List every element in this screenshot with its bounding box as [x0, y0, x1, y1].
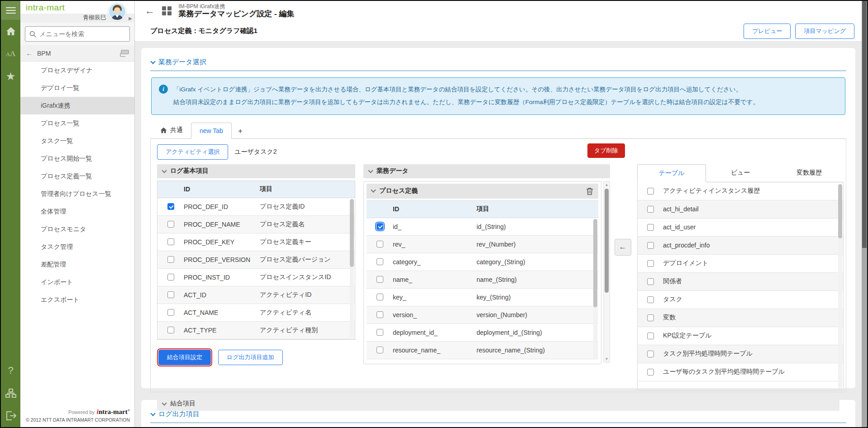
row-checkbox[interactable]: [647, 260, 654, 267]
log-basic-scrollbar[interactable]: [350, 199, 354, 338]
logout-button[interactable]: [1, 404, 20, 427]
table-list-row[interactable]: act_hi_detail: [638, 200, 843, 219]
business-panel-scrollbar[interactable]: ▲ ▼: [603, 181, 610, 363]
row-checkbox[interactable]: [377, 241, 383, 247]
sidebar-item[interactable]: プロセス定義一覧: [20, 167, 134, 185]
nav-group-header[interactable]: ← BPM: [20, 45, 134, 62]
app-grid-icon[interactable]: [162, 6, 172, 16]
tab-new-tab[interactable]: new Tab: [191, 123, 232, 139]
help-button[interactable]: ?: [1, 359, 20, 382]
table-list-row[interactable]: アクティビティインスタンス履歴: [638, 182, 843, 200]
row-checkbox[interactable]: [167, 309, 174, 316]
row-checkbox[interactable]: [167, 327, 174, 333]
row-checkbox[interactable]: [377, 294, 383, 300]
collapse-chevron-icon[interactable]: [150, 59, 155, 64]
table-list-row[interactable]: KPI設定テーブル: [638, 327, 843, 345]
sidebar-item[interactable]: iGrafx連携: [20, 97, 134, 114]
row-checkbox[interactable]: [647, 369, 654, 376]
sidebar-item[interactable]: タスク管理: [20, 238, 134, 256]
business-data-panel-header[interactable]: 業務データ: [363, 164, 610, 178]
tree-view-icon[interactable]: [120, 50, 129, 57]
row-checkbox[interactable]: [377, 311, 383, 318]
row-checkbox[interactable]: [377, 258, 383, 265]
table-list-row[interactable]: act_procdef_info: [638, 237, 843, 255]
tab-delete-button[interactable]: タブ削除: [587, 143, 625, 158]
row-checkbox[interactable]: [377, 329, 383, 336]
sidebar-item[interactable]: エクスポート: [20, 291, 134, 309]
row-checkbox[interactable]: [647, 242, 654, 249]
move-left-button[interactable]: ←: [615, 239, 631, 256]
row-checkbox[interactable]: [647, 224, 654, 231]
row-checkbox[interactable]: [377, 347, 383, 353]
user-avatar[interactable]: [108, 3, 126, 21]
row-checkbox[interactable]: [647, 296, 654, 303]
user-menu-caret-icon[interactable]: ▶: [129, 16, 132, 21]
join-item-settings-button[interactable]: 結合項目設定: [158, 350, 211, 365]
tab-common[interactable]: 共通: [152, 122, 191, 138]
table-list-row[interactable]: 変数: [638, 309, 843, 327]
join-items-header[interactable]: 結合項目: [157, 397, 839, 411]
business-table-scrollbar[interactable]: [593, 219, 597, 360]
page-scrollbar[interactable]: [862, 1, 867, 427]
table-list-scrollbar[interactable]: [838, 184, 842, 388]
collapse-chevron-icon: [371, 188, 376, 193]
sidebar-item[interactable]: タスク一覧: [20, 132, 134, 150]
menu-search-input[interactable]: [39, 30, 121, 38]
row-checkbox[interactable]: [167, 221, 174, 228]
sidebar-item[interactable]: プロセス一覧: [20, 114, 134, 132]
row-checkbox[interactable]: [647, 351, 654, 357]
page-title: 業務データマッピング設定 - 編集: [179, 10, 295, 19]
row-checkbox[interactable]: [167, 291, 174, 298]
log-basic-panel-header[interactable]: ログ基本項目: [157, 164, 355, 178]
back-button[interactable]: ←: [145, 5, 155, 17]
sidebar-item[interactable]: 管理者向けプロセス一覧: [20, 185, 134, 203]
table-list-tab[interactable]: 変数履歴: [775, 164, 844, 182]
table-list-tab[interactable]: ビュー: [706, 164, 775, 182]
row-checkbox[interactable]: [647, 314, 654, 321]
column-header-item: 項目: [260, 185, 355, 193]
scroll-down-icon[interactable]: ▼: [604, 356, 610, 362]
table-list-tab[interactable]: テーブル: [637, 164, 706, 182]
sidebar-item[interactable]: 全体管理: [20, 203, 134, 220]
row-checkbox[interactable]: [167, 274, 174, 281]
row-id: key_: [393, 294, 477, 301]
table-list-row[interactable]: タスク別平均処理時間テーブル: [638, 345, 843, 363]
item-mapping-button[interactable]: 項目マッピング: [795, 24, 854, 39]
row-checkbox[interactable]: [647, 278, 654, 285]
row-checkbox[interactable]: [167, 203, 174, 210]
table-list-row[interactable]: 関係者: [638, 273, 843, 291]
preview-button[interactable]: プレビュー: [744, 24, 791, 39]
table-list-row[interactable]: デプロイメント: [638, 255, 843, 273]
font-size-button[interactable]: AA: [1, 43, 20, 65]
menu-search-box[interactable]: [25, 26, 130, 42]
row-checkbox[interactable]: [647, 333, 654, 339]
delete-group-button[interactable]: [586, 187, 593, 195]
activity-select-button[interactable]: アクティビティ選択: [157, 144, 228, 160]
sitemap-button[interactable]: [1, 382, 20, 404]
hamburger-menu-button[interactable]: [1, 1, 20, 20]
row-checkbox[interactable]: [167, 238, 174, 245]
log-output-add-button[interactable]: ログ出力項目追加: [218, 350, 283, 365]
tab-add-button[interactable]: +: [232, 124, 249, 138]
process-definition-group-header[interactable]: プロセス定義: [367, 184, 598, 199]
favorites-button[interactable]: ★: [1, 65, 20, 88]
home-icon: [6, 27, 16, 36]
collapse-chevron-icon[interactable]: [150, 411, 155, 416]
sidebar-item[interactable]: 差配管理: [20, 256, 134, 273]
sidebar-item[interactable]: プロセス開始一覧: [20, 150, 134, 167]
row-checkbox[interactable]: [377, 223, 383, 230]
row-checkbox[interactable]: [647, 188, 654, 195]
table-name-label: デプロイメント: [663, 259, 708, 267]
home-button[interactable]: [1, 20, 20, 43]
table-list-row[interactable]: タスク: [638, 291, 843, 309]
sidebar-item[interactable]: インポート: [20, 273, 134, 291]
scroll-up-icon[interactable]: ▲: [604, 182, 610, 188]
sidebar-item[interactable]: プロセスデザイナ: [20, 62, 134, 79]
table-list-row[interactable]: act_id_user: [638, 219, 843, 237]
table-list-row[interactable]: ユーザ毎のタスク別平均処理時間テーブル: [638, 363, 843, 381]
row-checkbox[interactable]: [377, 276, 383, 283]
row-checkbox[interactable]: [167, 256, 174, 263]
sidebar-item[interactable]: プロセスモニタ: [20, 220, 134, 238]
sidebar-item[interactable]: デプロイ一覧: [20, 79, 134, 97]
row-checkbox[interactable]: [647, 206, 654, 213]
